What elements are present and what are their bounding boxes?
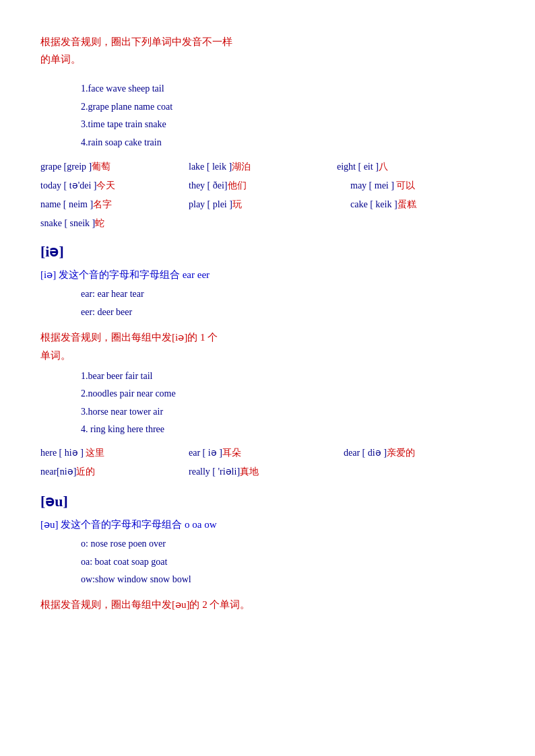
ie-vocab-row-2: near[niə]近的 really [ 'riəli]真地 — [40, 466, 495, 478]
vocab-item-today: today [ tə'dei ]今天 — [40, 180, 189, 192]
list-item: 3.time tape train snake — [81, 116, 495, 134]
ie-vocab-row-1: here [ hiə ] 这里 ear [ iə ]耳朵 dear [ diə … — [40, 447, 495, 459]
ou-intro: [əu] 发这个音的字母和字母组合 o oa ow — [40, 516, 495, 534]
list-item: 2.grape plane name coat — [81, 98, 495, 116]
vocab-item-play: play [ plei ]玩 — [189, 199, 350, 211]
vocab-item-near: near[niə]近的 — [40, 466, 189, 478]
ie-list-item-2: 2.noodles pair near come — [81, 385, 495, 403]
vocab-item-dear: dear [ diə ]亲爱的 — [344, 447, 492, 459]
vocab-item-eight: eight [ eit ]八 — [337, 161, 485, 173]
ou-intro-text: [əu] 发这个音的字母和字母组合 o oa ow — [40, 519, 216, 530]
ie-sub-eer: eer: deer beer — [81, 304, 495, 322]
phonetic-ou-heading: [əu] — [40, 493, 495, 510]
ie-sub-list: ear: ear hear tear eer: deer beer — [81, 285, 495, 321]
ie-sub-ear: ear: ear hear tear — [81, 285, 495, 304]
ou-sub-ow: ow:show window snow bowl — [81, 571, 495, 589]
intro-section: 根据发音规则，圈出下列单词中发音不一样 的单词。 — [40, 34, 495, 68]
exercise-list-1: 1.face wave sheep tail 2.grape plane nam… — [81, 80, 495, 151]
vocab-item-snake: snake [ sneik ]蛇 — [40, 217, 189, 230]
vocab-item-grape: grape [greip ]葡萄 — [40, 161, 189, 173]
ie-intro-text: [iə] 发这个音的字母和字母组合 ear eer — [40, 269, 210, 280]
ou-sub-o: o: nose rose poen over — [81, 535, 495, 553]
ie-exercise-list: 1.bear beer fair tail 2.noodles pair nea… — [81, 368, 495, 439]
vocab-section-ei: grape [greip ]葡萄 lake [ leik ]湖泊 eight [… — [40, 161, 495, 230]
list-item: 1.face wave sheep tail — [81, 80, 495, 98]
vocab-item-may: may [ mei ] 可以 — [350, 180, 499, 192]
vocab-item-really: really [ 'riəli]真地 — [189, 466, 344, 478]
section-ie: [iə] [iə] 发这个音的字母和字母组合 ear eer ear: ear … — [40, 243, 495, 478]
intro-line2: 的单词。 — [40, 51, 495, 69]
ou-sub-list: o: nose rose poen over oa: boat coat soa… — [81, 535, 495, 589]
ie-exercise-heading: 根据发音规则，圈出每组中发[iə]的 1 个 单词。 — [40, 329, 495, 365]
ou-ex-line: 根据发音规则，圈出每组中发[əu]的 2 个单词。 — [40, 596, 495, 614]
vocab-item-cake: cake [ keik ]蛋糕 — [350, 199, 499, 211]
ie-ex-line2: 单词。 — [40, 347, 495, 365]
intro-line1: 根据发音规则，圈出下列单词中发音不一样 — [40, 34, 495, 51]
vocab-item-they: they [ ðei]他们 — [189, 180, 350, 192]
ou-sub-oa: oa: boat coat soap goat — [81, 553, 495, 572]
phonetic-ie-heading: [iə] — [40, 243, 495, 261]
section-ou: [əu] [əu] 发这个音的字母和字母组合 o oa ow o: nose r… — [40, 493, 495, 614]
vocab-row-4: snake [ sneik ]蛇 — [40, 217, 495, 230]
ie-list-item-4: 4. ring king here three — [81, 421, 495, 439]
ie-ex-line1: 根据发音规则，圈出每组中发[iə]的 1 个 — [40, 329, 495, 347]
ie-intro: [iə] 发这个音的字母和字母组合 ear eer — [40, 266, 495, 284]
vocab-row-1: grape [greip ]葡萄 lake [ leik ]湖泊 eight [… — [40, 161, 495, 173]
vocab-item-name: name [ neim ]名字 — [40, 199, 189, 211]
list-item: 4.rain soap cake train — [81, 134, 495, 152]
vocab-item-ear: ear [ iə ]耳朵 — [189, 447, 344, 459]
vocab-item-here: here [ hiə ] 这里 — [40, 447, 189, 459]
vocab-row-3: name [ neim ]名字 play [ plei ]玩 cake [ ke… — [40, 199, 495, 211]
vocab-row-2: today [ tə'dei ]今天 they [ ðei]他们 may [ m… — [40, 180, 495, 192]
vocab-item-lake: lake [ leik ]湖泊 — [189, 161, 337, 173]
ie-vocab-section: here [ hiə ] 这里 ear [ iə ]耳朵 dear [ diə … — [40, 447, 495, 478]
ou-exercise-heading: 根据发音规则，圈出每组中发[əu]的 2 个单词。 — [40, 596, 495, 614]
ie-list-item-1: 1.bear beer fair tail — [81, 368, 495, 386]
ie-list-item-3: 3.horse near tower air — [81, 403, 495, 421]
